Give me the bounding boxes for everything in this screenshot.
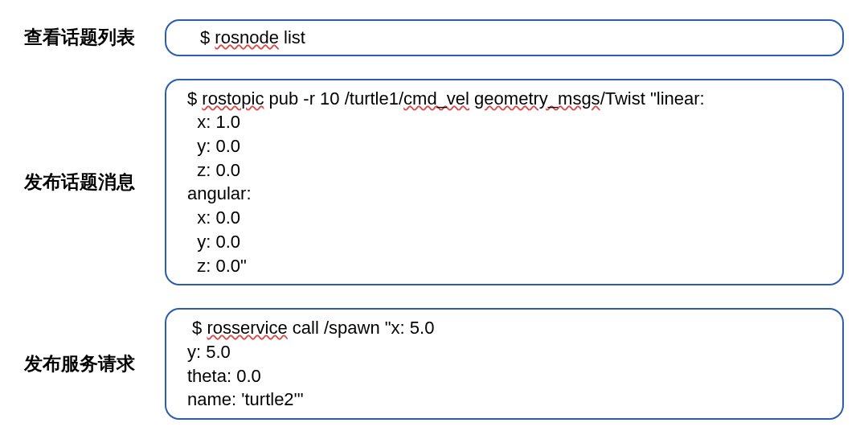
row-label: 查看话题列表 xyxy=(24,25,165,50)
row-label: 发布话题消息 xyxy=(24,170,165,195)
code-text: $ xyxy=(187,318,207,338)
command-box: $ rostopic pub -r 10 /turtle1/cmd_vel ge… xyxy=(165,79,844,286)
code-text: pub -r 10 /turtle1/ xyxy=(264,88,403,109)
underlined-token: rosnode xyxy=(215,27,279,47)
command-box: $ rosservice call /spawn "x: 5.0 y: 5.0 … xyxy=(165,308,844,420)
code-text: /Twist "linear: x: 1.0 y: 0.0 z: 0.0 ang… xyxy=(187,88,705,276)
code-text: $ xyxy=(187,88,202,109)
underlined-token: geometry_msgs xyxy=(474,88,600,109)
command-box: $ rosnode list xyxy=(165,19,844,56)
code-text: list xyxy=(279,27,305,47)
underlined-token: cmd_vel xyxy=(403,88,469,109)
command-row-2: 发布服务请求 $ rosservice call /spawn "x: 5.0 … xyxy=(24,308,844,420)
command-row-0: 查看话题列表$ rosnode list xyxy=(24,19,844,56)
underlined-token: rosservice xyxy=(207,318,287,338)
code-text: $ xyxy=(200,27,215,47)
command-row-1: 发布话题消息$ rostopic pub -r 10 /turtle1/cmd_… xyxy=(24,79,844,286)
row-label: 发布服务请求 xyxy=(24,351,165,376)
underlined-token: rostopic xyxy=(202,88,264,109)
